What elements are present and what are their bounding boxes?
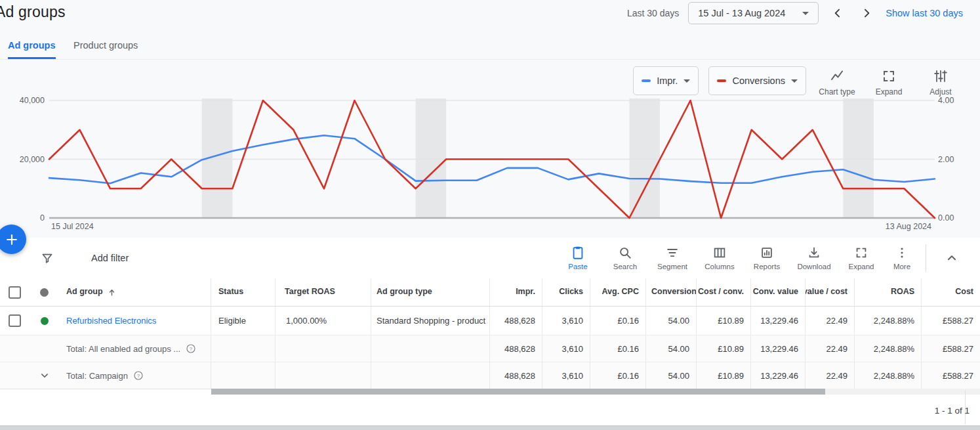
- campaign-conversions-cell: 54.00: [646, 362, 697, 389]
- columns-icon: [712, 246, 727, 260]
- show-last-30-days-link[interactable]: Show last 30 days: [886, 8, 963, 18]
- chevron-left-icon: [831, 7, 844, 20]
- date-range-picker[interactable]: 15 Jul - 13 Aug 2024: [688, 2, 819, 24]
- segment-button[interactable]: Segment: [649, 246, 696, 270]
- total-roas-cell: 2,248.88%: [855, 335, 922, 362]
- header-conversions[interactable]: Conversions: [646, 278, 697, 306]
- clipboard-paste-icon: [571, 246, 585, 260]
- columns-button[interactable]: Columns: [696, 246, 743, 270]
- chart-expand-button[interactable]: Expand: [868, 66, 910, 97]
- conversions-series-label: Conversions: [732, 75, 785, 86]
- total-cost-cell: £588.27: [922, 335, 980, 362]
- more-label: More: [893, 263, 910, 270]
- search-label: Search: [613, 263, 637, 270]
- status-cell: Eligible: [211, 307, 276, 335]
- ad-group-name-cell: Refurbished Electronics: [59, 307, 211, 335]
- total-conv-value-cell: 13,229.46: [751, 335, 806, 362]
- add-filter-label[interactable]: Add filter: [91, 253, 129, 263]
- search-button[interactable]: Search: [602, 246, 649, 270]
- total-campaign-label-cell: Total: Campaign ?: [59, 362, 211, 389]
- header-clicks[interactable]: Clicks: [542, 278, 590, 306]
- header-checkbox-cell[interactable]: [0, 278, 30, 306]
- chevron-down-icon: [791, 79, 798, 83]
- reports-label: Reports: [754, 263, 780, 270]
- header-cost-per-conv[interactable]: Cost / conv.: [697, 278, 751, 306]
- table-expand-button[interactable]: Expand: [838, 246, 885, 270]
- total-campaign-row: Total: Campaign ? 488,628 3,610 £0.16 54…: [0, 362, 980, 389]
- cost-cell: £588.27: [922, 307, 980, 335]
- header-impr[interactable]: Impr.: [490, 278, 542, 306]
- date-range-value: 15 Jul - 13 Aug 2024: [698, 8, 785, 18]
- help-icon[interactable]: ?: [133, 370, 144, 381]
- header-conv-value[interactable]: Conv. value: [751, 278, 806, 306]
- chart-adjust-label: Adjust: [929, 87, 951, 97]
- filter-button[interactable]: [41, 251, 54, 265]
- header-conv-value-per-cost[interactable]: Conv. value / cost: [806, 278, 855, 306]
- left-axis-tick: 0: [40, 213, 45, 223]
- expand-icon: [881, 68, 897, 84]
- more-vertical-icon: [895, 246, 909, 260]
- table-toolbar: Add filter Paste Search Segment Columns …: [0, 238, 980, 279]
- campaign-cost-cell: £588.27: [922, 362, 980, 389]
- conversions-cell: 54.00: [646, 307, 697, 335]
- chevron-down-icon: [802, 12, 809, 15]
- conv-value-cell: 13,229.46: [751, 307, 806, 335]
- header-ad-group[interactable]: Ad group: [59, 278, 211, 306]
- chart-type-button[interactable]: Chart type: [816, 66, 858, 97]
- tab-ad-groups[interactable]: Ad groups: [8, 33, 56, 59]
- header-roas[interactable]: ROAS: [855, 278, 922, 306]
- roas-cell: 2,248.88%: [855, 307, 922, 335]
- impressions-series-label: Impr.: [657, 75, 678, 86]
- chevron-up-icon: [945, 251, 959, 265]
- collapse-table-button[interactable]: [933, 251, 971, 265]
- select-all-checkbox[interactable]: [9, 286, 21, 299]
- header-avg-cpc[interactable]: Avg. CPC: [590, 278, 646, 306]
- header-cost[interactable]: Cost: [922, 278, 980, 306]
- x-axis-end-label: 13 Aug 2024: [886, 222, 931, 231]
- date-range-preset-label: Last 30 days: [627, 8, 679, 18]
- avg-cpc-cell: £0.16: [590, 307, 646, 335]
- status-dot-icon: [40, 288, 49, 297]
- chart-adjust-button[interactable]: Adjust: [920, 66, 962, 97]
- total-cost-per-conv-cell: £10.89: [697, 335, 751, 362]
- window-bottom-edge: [0, 425, 980, 430]
- left-axis-tick: 20,000: [20, 155, 45, 164]
- expand-campaign-cell[interactable]: [30, 362, 59, 389]
- reports-icon: [760, 246, 774, 260]
- target-roas-cell[interactable]: 1,000.00%: [276, 307, 371, 335]
- ad-groups-page: Ad groups Last 30 days 15 Jul - 13 Aug 2…: [0, 0, 980, 430]
- header-target-roas[interactable]: Target ROAS: [276, 278, 371, 306]
- help-icon[interactable]: ?: [186, 343, 196, 354]
- header-status[interactable]: Status: [211, 278, 276, 306]
- ad-group-link[interactable]: Refurbished Electronics: [66, 316, 156, 326]
- more-button[interactable]: More: [885, 246, 919, 270]
- row-status-dot-cell: [30, 307, 59, 335]
- campaign-avg-cpc-cell: £0.16: [590, 362, 646, 389]
- chart-controls: Impr. Conversions Chart type Expand Adju…: [633, 66, 962, 97]
- table-expand-label: Expand: [848, 263, 874, 270]
- toolbar-actions: Paste Search Segment Columns Reports Dow…: [554, 244, 971, 272]
- segment-label: Segment: [657, 263, 687, 270]
- download-label: Download: [797, 263, 830, 270]
- reports-button[interactable]: Reports: [743, 246, 790, 270]
- ad-groups-table: Ad group Status Target ROAS Ad group typ…: [0, 278, 980, 389]
- campaign-cost-per-conv-cell: £10.89: [697, 362, 751, 389]
- svg-text:?: ?: [190, 346, 192, 352]
- row-checkbox[interactable]: [9, 314, 21, 327]
- download-button[interactable]: Download: [790, 246, 838, 270]
- row-checkbox-cell[interactable]: [0, 307, 30, 335]
- paste-button[interactable]: Paste: [554, 246, 602, 270]
- previous-period-button[interactable]: [828, 3, 847, 23]
- page-title: Ad groups: [0, 3, 66, 21]
- next-period-button[interactable]: [857, 3, 876, 23]
- clicks-cell: 3,610: [542, 307, 590, 335]
- filter-funnel-icon: [41, 251, 54, 265]
- date-range-controls: Last 30 days 15 Jul - 13 Aug 2024 Show l…: [627, 1, 963, 25]
- horizontal-scrollbar-thumb[interactable]: [211, 389, 825, 395]
- series-selector-conversions[interactable]: Conversions: [708, 66, 806, 95]
- cost-per-conv-cell: £10.89: [697, 307, 751, 335]
- toolbar-divider: [926, 244, 926, 272]
- header-ad-group-type[interactable]: Ad group type: [371, 278, 490, 306]
- series-selector-impressions[interactable]: Impr.: [633, 66, 699, 95]
- tab-product-groups[interactable]: Product groups: [73, 33, 138, 57]
